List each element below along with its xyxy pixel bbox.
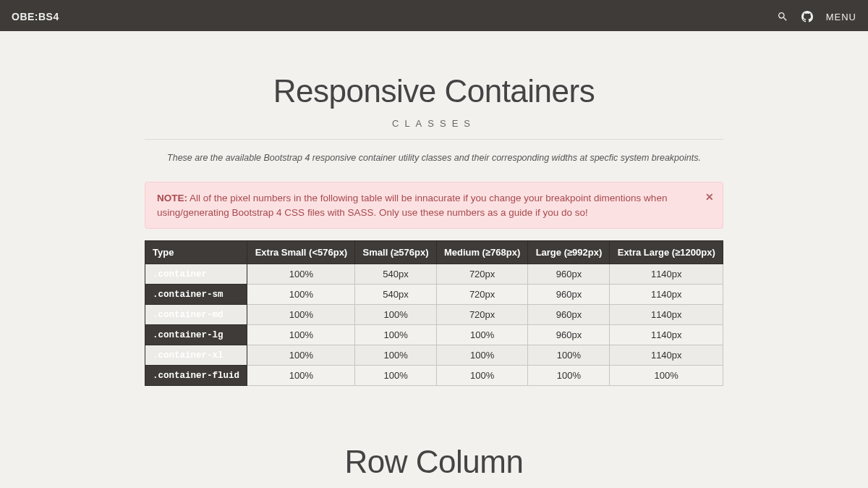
table-cell: 100% — [436, 366, 528, 386]
table-header: Medium (≥768px) — [436, 241, 528, 264]
table-cell: 720px — [436, 305, 528, 325]
table-cell: 1140px — [610, 345, 723, 366]
table-row: .container-xl100%100%100%100%1140px — [145, 345, 723, 366]
divider — [145, 139, 723, 140]
table-cell: 1140px — [610, 305, 723, 325]
page-title: Responsive Containers — [145, 73, 723, 109]
table-cell: 100% — [436, 325, 528, 345]
github-icon[interactable] — [801, 11, 813, 22]
table-cell: 960px — [528, 305, 610, 325]
table-cell: 1140px — [610, 285, 723, 305]
table-cell: 100% — [355, 366, 436, 386]
table-cell: 540px — [355, 264, 436, 285]
table-cell: 1140px — [610, 325, 723, 345]
table-cell: 100% — [355, 305, 436, 325]
page-subtitle: CLASSES — [145, 118, 723, 129]
table-cell: 100% — [247, 325, 355, 345]
table-cell: 100% — [247, 305, 355, 325]
close-icon[interactable]: ✕ — [705, 190, 714, 204]
table-cell: 1140px — [610, 264, 723, 285]
table-row: .container-lg100%100%100%960px1140px — [145, 325, 723, 345]
table-cell: .container-xl — [145, 345, 247, 366]
table-header: Extra Small (<576px) — [247, 241, 355, 264]
table-cell: 100% — [247, 264, 355, 285]
table-row: .container-md100%100%720px960px1140px — [145, 305, 723, 325]
alert-warning: NOTE: All of the pixel numbers in the fo… — [145, 182, 723, 229]
search-icon[interactable] — [777, 11, 788, 22]
table-cell: 100% — [247, 345, 355, 366]
table-row: .container100%540px720px960px1140px — [145, 264, 723, 285]
table-row: .container-sm100%540px720px960px1140px — [145, 285, 723, 305]
menu-button[interactable]: MENU — [826, 12, 856, 22]
table-row: .container-fluid100%100%100%100%100% — [145, 366, 723, 386]
table-cell: 100% — [355, 345, 436, 366]
table-cell: .container-lg — [145, 325, 247, 345]
table-cell: 100% — [247, 285, 355, 305]
table-cell: 100% — [610, 366, 723, 386]
table-cell: 720px — [436, 285, 528, 305]
table-cell: 100% — [528, 345, 610, 366]
brand[interactable]: OBE:BS4 — [12, 11, 59, 22]
alert-note-label: NOTE: — [157, 193, 187, 203]
containers-table: TypeExtra Small (<576px)Small (≥576px)Me… — [145, 240, 723, 386]
table-cell: .container-md — [145, 305, 247, 325]
table-cell: .container-sm — [145, 285, 247, 305]
table-cell: 960px — [528, 264, 610, 285]
table-cell: .container-fluid — [145, 366, 247, 386]
table-cell: 100% — [528, 366, 610, 386]
table-cell: 100% — [355, 325, 436, 345]
section-title: Row Column — [145, 444, 723, 480]
table-cell: 100% — [247, 366, 355, 386]
table-header: Type — [145, 241, 247, 264]
lead-text: These are the available Bootstrap 4 resp… — [145, 153, 723, 163]
table-header: Extra Large (≥1200px) — [610, 241, 723, 264]
table-cell: 960px — [528, 285, 610, 305]
table-cell: 720px — [436, 264, 528, 285]
alert-body-text: All of the pixel numbers in the followin… — [157, 193, 667, 218]
table-header: Large (≥992px) — [528, 241, 610, 264]
table-header: Small (≥576px) — [355, 241, 436, 264]
navbar: OBE:BS4 MENU — [0, 2, 868, 31]
table-cell: 960px — [528, 325, 610, 345]
table-cell: 540px — [355, 285, 436, 305]
table-cell: 100% — [436, 345, 528, 366]
table-cell: .container — [145, 264, 247, 285]
